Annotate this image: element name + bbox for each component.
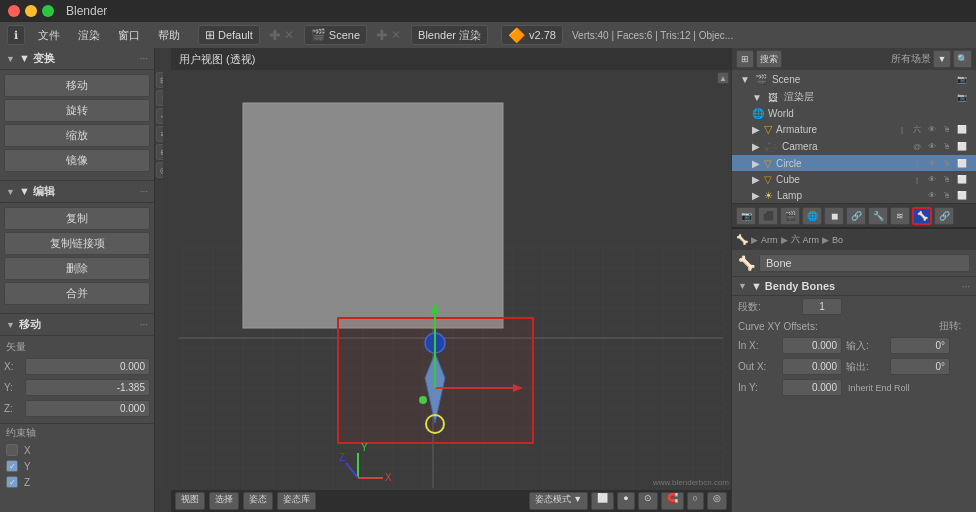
menu-file[interactable]: 文件 [30, 26, 68, 45]
pose-menu[interactable]: 姿态 [243, 492, 273, 510]
duplicate-button[interactable]: 复制 [4, 207, 150, 230]
viewport-draw[interactable]: ⬜ [591, 492, 614, 510]
close-button[interactable] [8, 5, 20, 17]
renderlayer-label: 渲染层 [784, 90, 814, 104]
axis-y-row: ✓ Y [0, 458, 154, 474]
viewport-mode[interactable]: 姿态模式 ▼ [529, 492, 588, 510]
edit-header[interactable]: ▼ ▼ 编辑 ··· [0, 180, 154, 203]
prop-layers-btn[interactable]: ⬛ [758, 207, 778, 225]
viewport-bottom: 视图 选择 姿态 姿态库 姿态模式 ▼ ⬜ ● ⊙ 🧲 ○ ◎ [171, 490, 731, 512]
menu-help[interactable]: 帮助 [150, 26, 188, 45]
scene-selector[interactable]: 🎬 Scene [304, 25, 367, 45]
blender-logo: 🔶 v2.78 [501, 25, 563, 45]
fullscreen-button[interactable] [42, 5, 54, 17]
output-value[interactable]: 0° [890, 358, 950, 375]
tree-item-cube[interactable]: ▶ ▽ Cube | 👁 🖱 ⬜ [732, 171, 976, 187]
watermark: www.blenderbcn.com [653, 478, 729, 487]
prop-scene-btn[interactable]: 🎬 [780, 207, 800, 225]
breadcrumb-sep3: ▶ [822, 235, 829, 245]
input-value[interactable]: 0° [890, 337, 950, 354]
y-input[interactable]: -1.385 [25, 379, 150, 396]
rt-btn-filter[interactable]: ▼ [933, 50, 951, 68]
menu-window[interactable]: 窗口 [110, 26, 148, 45]
in-x-input[interactable]: 0.000 [782, 337, 842, 354]
grid-canvas: X Y Z [155, 48, 731, 512]
view-menu[interactable]: 视图 [175, 492, 205, 510]
tree-item-lamp[interactable]: ▶ ☀ Lamp 👁 🖱 ⬜ [732, 187, 976, 203]
curve-xy-header: Curve XY Offsets: 扭转: [732, 317, 976, 335]
move-sub-header[interactable]: ▼ 移动 ··· [0, 313, 154, 336]
prop-data-btn[interactable]: ≋ [890, 207, 910, 225]
scroll-arrow[interactable]: ▲ [717, 72, 729, 84]
duplicate-link-button[interactable]: 复制链接项 [4, 232, 150, 255]
prop-render-btn[interactable]: 📷 [736, 207, 756, 225]
prop-bone-constraint-btn[interactable]: 🔗 [934, 207, 954, 225]
axis-z-check[interactable]: ✓ [6, 476, 18, 488]
svg-text:X: X [385, 472, 392, 483]
viewport-shading[interactable]: ● [617, 492, 634, 510]
join-button[interactable]: 合并 [4, 282, 150, 305]
axis-x-check[interactable] [6, 444, 18, 456]
tree-item-world[interactable]: 🌐 World [732, 106, 976, 121]
in-y-input[interactable]: 0.000 [782, 379, 842, 396]
x-row: X: 0.000 [0, 356, 154, 377]
bendy-bones-header[interactable]: ▼ ▼ Bendy Bones ··· [732, 276, 976, 296]
prop-modifier-btn[interactable]: 🔧 [868, 207, 888, 225]
scene-label: Scene [329, 29, 360, 41]
breadcrumb-arm: Arm [761, 235, 778, 245]
camera-icon: 🎥 [764, 140, 778, 153]
delete-button[interactable]: 删除 [4, 257, 150, 280]
transform-section: 移动 旋转 缩放 镜像 [0, 70, 154, 176]
cube-label: Cube [776, 174, 800, 185]
rt-btn-1[interactable]: ⊞ [736, 50, 754, 68]
transform-header[interactable]: ▼ ▼ 变换 ··· [0, 48, 154, 70]
bone-name-icon: 🦴 [738, 255, 755, 271]
bone-name-input[interactable] [759, 254, 970, 272]
viewport-proportional[interactable]: ○ [687, 492, 704, 510]
tree-item-armature[interactable]: ▶ ▽ Armature | 六 👁 🖱 ⬜ [732, 121, 976, 138]
mirror-button[interactable]: 镜像 [4, 149, 150, 172]
renderlayer-img-btn[interactable]: 📷 [956, 91, 968, 103]
breadcrumb-sep2: ▶ [781, 235, 788, 245]
viewport-snap[interactable]: 🧲 [661, 492, 684, 510]
engine-label: Blender 渲染 [418, 28, 481, 43]
minimize-button[interactable] [25, 5, 37, 17]
scale-button[interactable]: 缩放 [4, 124, 150, 147]
tree-item-camera[interactable]: ▶ 🎥 Camera @ 👁 🖱 ⬜ [732, 138, 976, 155]
z-input[interactable]: 0.000 [25, 400, 150, 417]
info-button[interactable]: ℹ [7, 25, 25, 45]
right-toolbar: ⊞ 搜索 所有场景 ▼ 🔍 [732, 48, 976, 70]
out-x-input[interactable]: 0.000 [782, 358, 842, 375]
pose-lib-menu[interactable]: 姿态库 [277, 492, 316, 510]
scene-action-img[interactable]: 📷 [956, 73, 968, 85]
workspace-selector[interactable]: ⊞ Default [198, 25, 260, 45]
prop-bone-btn[interactable]: 🦴 [912, 207, 932, 225]
tree-item-circle[interactable]: ▶ ▽ Circle | 👁 🖱 ⬜ [732, 155, 976, 171]
axis-y-label: Y [24, 461, 31, 472]
out-x-label: Out X: [738, 361, 778, 372]
constraint-label: 约束轴 [0, 423, 154, 442]
info-icon: ℹ [14, 29, 18, 42]
prop-world-btn[interactable]: 🌐 [802, 207, 822, 225]
viewport[interactable]: ⊞ ↕ ← ≡ ⊕ ◎ 用户视图 (透视) [155, 48, 731, 512]
rotate-button[interactable]: 旋转 [4, 99, 150, 122]
version-label: v2.78 [529, 29, 556, 41]
rt-btn-search-icon[interactable]: 🔍 [953, 50, 972, 68]
engine-selector[interactable]: Blender 渲染 [411, 25, 488, 45]
move-button[interactable]: 移动 [4, 74, 150, 97]
menu-render[interactable]: 渲染 [70, 26, 108, 45]
x-input[interactable]: 0.000 [25, 358, 150, 375]
segments-value[interactable]: 1 [802, 298, 842, 315]
select-menu[interactable]: 选择 [209, 492, 239, 510]
y-label: Y: [4, 382, 22, 393]
curve-xy-label: Curve XY Offsets: [738, 321, 924, 332]
renderlayer-icon: 🖼 [766, 90, 780, 104]
tree-item-scene[interactable]: ▼ 🎬 Scene 📷 [732, 70, 976, 88]
axis-y-check[interactable]: ✓ [6, 460, 18, 472]
rt-btn-search[interactable]: 搜索 [756, 50, 782, 68]
prop-constraint-btn[interactable]: 🔗 [846, 207, 866, 225]
tree-item-renderlayer[interactable]: ▼ 🖼 渲染层 📷 [732, 88, 976, 106]
viewport-pivot[interactable]: ⊙ [638, 492, 658, 510]
viewport-onion[interactable]: ◎ [707, 492, 727, 510]
prop-object-btn[interactable]: ◼ [824, 207, 844, 225]
